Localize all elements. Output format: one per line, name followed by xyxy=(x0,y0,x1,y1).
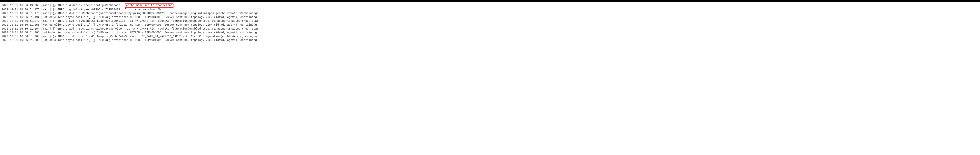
log-line: 2022-12-01 16:36:51.175 [main] {} INFO o… xyxy=(2,8,980,12)
log-output: 2022-12-01 16:36:49.063 [main] {} INFO a… xyxy=(0,2,980,43)
log-line: 2022-12-01 16:36:51.254 [main] {} INFO c… xyxy=(2,27,980,31)
black-top-bar xyxy=(0,0,980,2)
log-line: 2022-12-01 16:36:51.176 [main] {} INFO a… xyxy=(2,11,980,16)
log-prefix: 2022-12-01 16:36:49.063 [main] {} INFO a… xyxy=(2,4,125,7)
highlighted-message: cache mode set to standalone xyxy=(125,3,173,8)
log-line: 2022-12-01 16:36:49.063 [main] {} INFO a… xyxy=(2,3,980,8)
log-line: 2022-12-01 16:36:51.309 [HotRod-client-a… xyxy=(2,38,980,42)
log-line: 2022-12-01 16:36:51.265 [HotRod-client-a… xyxy=(2,31,980,35)
log-line: 2022-12-01 16:36:51.253 [HotRod-client-a… xyxy=(2,23,980,27)
log-line: 2022-12-01 16:36:51.265 [main] {} INFO c… xyxy=(2,35,980,38)
log-line: 2022-12-01 16:36:51.194 [HotRod-client-a… xyxy=(2,16,980,19)
log-line: 2022-12-01 16:36:51.242 [main] {} INFO c… xyxy=(2,19,980,23)
